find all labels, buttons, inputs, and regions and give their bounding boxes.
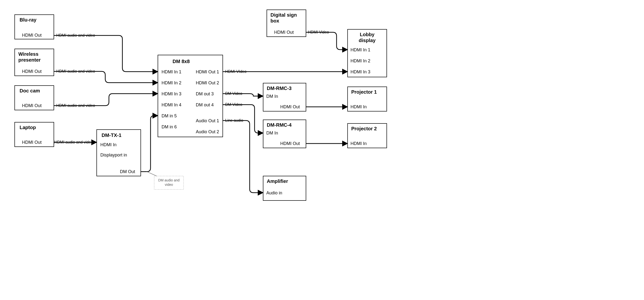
dm8x8-in5: DM in 5 — [162, 113, 177, 118]
proj1-in: HDMI In — [350, 104, 367, 109]
node-dm-rmc-3: DM-RMC-3 DM In HDMI Out — [263, 83, 306, 111]
diagram-canvas: Blu-ray HDMI Out Wireless presenter HDMI… — [0, 0, 644, 300]
dm8x8-out1: HDMI Out 1 — [196, 69, 219, 74]
edge-sign-label: HDMI Video — [308, 30, 329, 34]
node-dm-rmc-4: DM-RMC-4 DM In HDMI Out — [263, 120, 306, 148]
dm8x8-in1: HDMI In 1 — [162, 69, 182, 74]
amp-in: Audio in — [266, 190, 282, 195]
node-lobby-display: Lobby display HDMI In 1 HDMI In 2 HDMI I… — [348, 29, 387, 77]
dmtx1-port-dm-out: DM Out — [120, 169, 135, 174]
bluray-title: Blu-ray — [20, 17, 37, 22]
edge-bluray-to-dm8x8-in1: HDMI audio and video — [54, 33, 158, 72]
dmtx1-title: DM-TX-1 — [102, 133, 122, 138]
node-dm-8x8: DM 8x8 HDMI In 1 HDMI In 2 HDMI In 3 HDM… — [158, 55, 223, 137]
dm8x8-in4: HDMI In 4 — [162, 102, 182, 107]
dm8x8-aout1: Audio Out 1 — [196, 118, 219, 123]
node-digital-sign-box: Digital sign box HDMI Out — [267, 10, 306, 37]
edge-doccam-to-dm8x8-in3: HDMI audio and video — [54, 94, 158, 108]
bluray-port-out: HDMI Out — [22, 33, 42, 38]
node-wireless-presenter: Wireless presenter HDMI Out — [15, 49, 54, 76]
dm8x8-title: DM 8x8 — [172, 59, 190, 64]
edge-laptop-label: HDMI audio and video — [54, 140, 93, 144]
sign-port-out: HDMI Out — [274, 30, 294, 35]
edge-bluray-label: HDMI audio and video — [56, 33, 95, 37]
node-laptop: Laptop HDMI Out — [15, 122, 54, 147]
dm8x8-in6: DM in 6 — [162, 124, 177, 129]
edge-dm8x8-out1-to-lobby-in3: HDMI VIdeo — [223, 69, 348, 74]
edge-sign-to-lobby-in1: HDMI Video — [306, 30, 348, 50]
edge-out1-label: HDMI VIdeo — [225, 69, 246, 74]
rmc3-dm-in: DM In — [266, 94, 278, 99]
proj2-in: HDMI In — [350, 141, 367, 146]
edge-dm8x8-aout1-to-amp: Line audio — [223, 118, 263, 193]
node-projector-1: Projector 1 HDMI In — [348, 87, 387, 111]
proj2-title: Projector 2 — [351, 126, 377, 131]
laptop-port-out: HDMI Out — [22, 140, 42, 145]
edge-dm8x8-out4-to-rmc4: DM Video — [223, 102, 263, 133]
edge-out3-label: DM Video — [225, 91, 242, 96]
node-projector-2: Projector 2 HDMI In — [348, 123, 387, 148]
lobby-in3: HDMI In 3 — [350, 69, 370, 74]
rmc4-title: DM-RMC-4 — [267, 122, 292, 128]
dm8x8-in2: HDMI In 2 — [162, 80, 182, 85]
dm8x8-out3: DM out 3 — [196, 91, 214, 96]
rmc3-title: DM-RMC-3 — [267, 86, 292, 91]
note-line2: video — [165, 183, 173, 187]
dm8x8-out2: HDMI Out 2 — [196, 80, 219, 85]
dm8x8-in3: HDMI In 3 — [162, 91, 182, 96]
rmc3-hdmi-out: HDMI Out — [280, 104, 300, 109]
lobby-in1: HDMI In 1 — [350, 47, 370, 52]
wireless-title-line2: presenter — [18, 57, 41, 63]
lobby-in2: HDMI In 2 — [350, 58, 370, 63]
dmtx1-port-hdmi-in: HDMI In — [100, 142, 116, 147]
node-dm-tx-1: DM-TX-1 HDMI In Displayport in DM Out — [97, 130, 141, 176]
edge-wireless-to-dm8x8-in2: HDMI audio and video — [54, 69, 158, 83]
dm8x8-aout2: Audio Out 2 — [196, 129, 219, 134]
sign-title-line2: box — [270, 18, 279, 23]
dmtx1-port-dp-in: Displayport in — [100, 153, 127, 157]
wireless-port-out: HDMI Out — [22, 69, 42, 74]
doccam-port-out: HDMI Out — [22, 103, 42, 108]
lobby-title-line1: Lobby — [360, 32, 375, 37]
proj1-title: Projector 1 — [351, 89, 377, 95]
edge-dm8x8-out3-to-rmc3: DM Video — [223, 91, 263, 96]
edge-out4-label: DM Video — [225, 102, 242, 107]
edge-dmtx1-to-dm8x8-in5 — [141, 116, 158, 172]
amp-title: Amplifier — [267, 179, 288, 184]
node-doccam: Doc cam HDMI Out — [15, 86, 54, 110]
lobby-title-line2: display — [359, 38, 376, 43]
edge-note-connector — [147, 172, 157, 176]
node-amplifier: Amplifier Audio in — [263, 176, 306, 201]
dm8x8-out4: DM out 4 — [196, 102, 214, 107]
edge-doccam-label: HDMI audio and video — [56, 103, 95, 108]
doccam-title: Doc cam — [20, 88, 40, 93]
edge-laptop-to-dmtx1: HDMI audio and video — [54, 140, 97, 144]
rmc4-hdmi-out: HDMI Out — [280, 141, 300, 146]
laptop-title: Laptop — [20, 125, 36, 130]
note-dm-audio-video: DM audio and video — [154, 176, 184, 190]
note-line1: DM audio and — [158, 178, 180, 182]
sign-title-line1: Digital sign — [270, 12, 297, 17]
node-bluray: Blu-ray HDMI Out — [15, 15, 54, 39]
wireless-title-line1: Wireless — [18, 51, 38, 57]
rmc4-dm-in: DM In — [266, 131, 278, 135]
edge-aout1-label: Line audio — [225, 118, 243, 122]
edge-wireless-label: HDMI audio and video — [56, 69, 95, 73]
